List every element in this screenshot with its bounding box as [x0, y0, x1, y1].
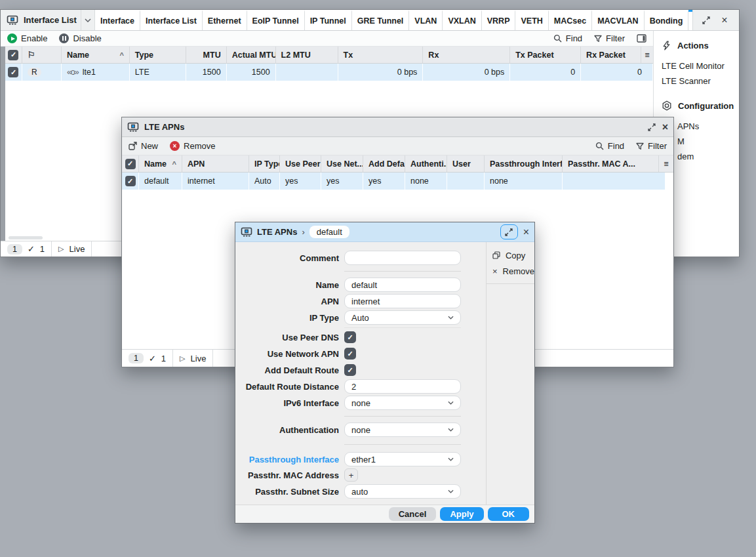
- tab-veth[interactable]: VETH: [515, 10, 548, 30]
- main-titlebar: Interface List Interface Interface List …: [1, 10, 739, 31]
- column-actual-mtu[interactable]: Actual MTU: [227, 47, 276, 63]
- vertical-scrollbar[interactable]: [1, 47, 5, 241]
- network-card-icon: [127, 122, 139, 133]
- remove-button[interactable]: × Remove: [170, 141, 215, 151]
- close-button[interactable]: ×: [717, 12, 732, 28]
- apply-button[interactable]: Apply: [440, 507, 483, 521]
- main-toolbar: Enable Disable Find Filter: [1, 31, 653, 47]
- sidebar-item-lte-scanner[interactable]: LTE Scanner: [654, 73, 739, 89]
- column-mtu[interactable]: MTU: [186, 47, 227, 63]
- title-dropdown-button[interactable]: [81, 10, 95, 30]
- table-menu-button[interactable]: ≡: [641, 47, 653, 63]
- tab-gre-tunnel[interactable]: GRE Tunnel: [352, 10, 410, 30]
- add-mac-address-button[interactable]: +: [344, 468, 358, 482]
- default-route-distance-label: Default Route Distance: [235, 382, 339, 392]
- window-title: Interface List: [24, 15, 77, 25]
- filter-icon: [636, 142, 644, 150]
- filter-button[interactable]: Filter: [594, 33, 625, 43]
- ok-button[interactable]: OK: [488, 507, 530, 521]
- table-menu-button[interactable]: ≡: [659, 155, 673, 172]
- tab-interface[interactable]: Interface: [95, 10, 140, 30]
- maximize-button[interactable]: [500, 224, 518, 239]
- flag-icon: ⚐: [28, 50, 35, 60]
- tab-vxlan[interactable]: VXLAN: [443, 10, 481, 30]
- column-name[interactable]: Name^: [139, 155, 182, 172]
- select-all-checkbox[interactable]: ✓: [5, 47, 22, 63]
- authentication-label: Authentication: [235, 425, 339, 435]
- page-number[interactable]: 1: [7, 244, 22, 255]
- live-play-icon: ▷: [180, 354, 185, 363]
- live-toggle[interactable]: ▷ Live: [52, 241, 92, 257]
- column-add-default-route[interactable]: Add Defa...: [363, 155, 405, 172]
- enable-button[interactable]: Enable: [7, 33, 47, 43]
- new-button[interactable]: New: [129, 141, 158, 151]
- maximize-button[interactable]: [698, 12, 714, 28]
- passthrough-interface-select[interactable]: ether1: [344, 452, 461, 466]
- remove-icon: ×: [170, 141, 180, 151]
- passthr-subnet-size-label: Passthr. Subnet Size: [235, 487, 339, 497]
- use-network-apn-checkbox[interactable]: ✓: [344, 348, 356, 360]
- toggle-sidebar-button[interactable]: [637, 34, 647, 43]
- tab-macsec[interactable]: MACsec: [549, 10, 592, 30]
- column-tx[interactable]: Tx: [338, 47, 424, 63]
- live-toggle[interactable]: ▷ Live: [173, 350, 213, 367]
- add-default-route-checkbox[interactable]: ✓: [344, 364, 356, 376]
- column-type[interactable]: Type: [130, 47, 186, 63]
- ipv6-interface-select[interactable]: none: [344, 396, 461, 410]
- row-checkbox[interactable]: ✓: [5, 64, 22, 81]
- passthr-subnet-size-select[interactable]: auto: [344, 484, 461, 499]
- copy-button[interactable]: Copy: [487, 247, 534, 263]
- row-checkbox[interactable]: ✓: [122, 173, 139, 190]
- sidebar-item-lte-cell-monitor[interactable]: LTE Cell Monitor: [654, 58, 739, 73]
- name-field[interactable]: [344, 278, 461, 292]
- page-segment: 1 ✓ 1: [1, 241, 52, 257]
- column-passthrough-interface[interactable]: Passthrough Interf...: [485, 155, 563, 172]
- authentication-select[interactable]: none: [344, 423, 461, 437]
- column-flags[interactable]: ⚐: [22, 47, 62, 63]
- column-use-peer-dns[interactable]: Use Peer ..: [280, 155, 321, 172]
- column-tx-packet[interactable]: Tx Packet: [510, 47, 581, 63]
- remove-label: Remove: [184, 141, 215, 151]
- apn-table-row[interactable]: ✓ default internet Auto yes yes yes none…: [122, 173, 673, 190]
- column-name[interactable]: Name^: [62, 47, 130, 63]
- page-number[interactable]: 1: [129, 353, 144, 363]
- column-l2-mtu[interactable]: L2 MTU: [276, 47, 338, 63]
- tab-ip-tunnel[interactable]: IP Tunnel: [305, 10, 352, 30]
- tab-vrrp[interactable]: VRRP: [482, 10, 516, 30]
- tab-macvlan[interactable]: MACVLAN: [592, 10, 645, 30]
- close-button[interactable]: ×: [523, 227, 529, 237]
- tab-vlan[interactable]: VLAN: [409, 10, 443, 30]
- column-ip-type[interactable]: IP Type: [249, 155, 280, 172]
- detail-side-panel: Copy × Remove: [486, 242, 534, 505]
- column-authentication[interactable]: Authenti...: [405, 155, 447, 172]
- use-peer-dns-checkbox[interactable]: ✓: [344, 331, 356, 343]
- column-apn[interactable]: APN: [182, 155, 249, 172]
- comment-field[interactable]: [344, 251, 461, 265]
- tab-eoip-tunnel[interactable]: EoIP Tunnel: [247, 10, 305, 30]
- close-button[interactable]: ×: [662, 122, 668, 133]
- column-rx[interactable]: Rx: [423, 47, 510, 63]
- cancel-button[interactable]: Cancel: [389, 507, 437, 521]
- horizontal-scrollbar[interactable]: [9, 236, 43, 239]
- comment-label: Comment: [235, 253, 339, 263]
- filter-button[interactable]: Filter: [636, 141, 667, 151]
- tab-interface-list[interactable]: Interface List: [140, 10, 203, 30]
- tab-ethernet[interactable]: Ethernet: [203, 10, 247, 30]
- select-all-checkbox[interactable]: ✓: [122, 155, 139, 172]
- default-route-distance-field[interactable]: [344, 379, 461, 394]
- find-button[interactable]: Find: [595, 141, 624, 151]
- apn-field[interactable]: [344, 294, 461, 308]
- column-user[interactable]: User: [447, 155, 485, 172]
- column-rx-packet[interactable]: Rx Packet: [581, 47, 641, 63]
- column-passthr-mac[interactable]: Passthr. MAC A...: [563, 155, 659, 172]
- column-use-network-apn[interactable]: Use Net...: [321, 155, 363, 172]
- breadcrumb-root[interactable]: LTE APNs: [257, 227, 297, 237]
- tab-bonding[interactable]: Bonding: [645, 10, 689, 30]
- enable-icon: [7, 33, 17, 43]
- ip-type-select[interactable]: Auto: [344, 310, 461, 325]
- maximize-button[interactable]: [648, 123, 656, 131]
- remove-button[interactable]: × Remove: [487, 263, 534, 279]
- find-button[interactable]: Find: [553, 33, 582, 43]
- table-row[interactable]: ✓ R «o»lte1 LTE 1500 1500 0 bps 0 bps 0 …: [5, 64, 653, 81]
- disable-button[interactable]: Disable: [59, 33, 101, 43]
